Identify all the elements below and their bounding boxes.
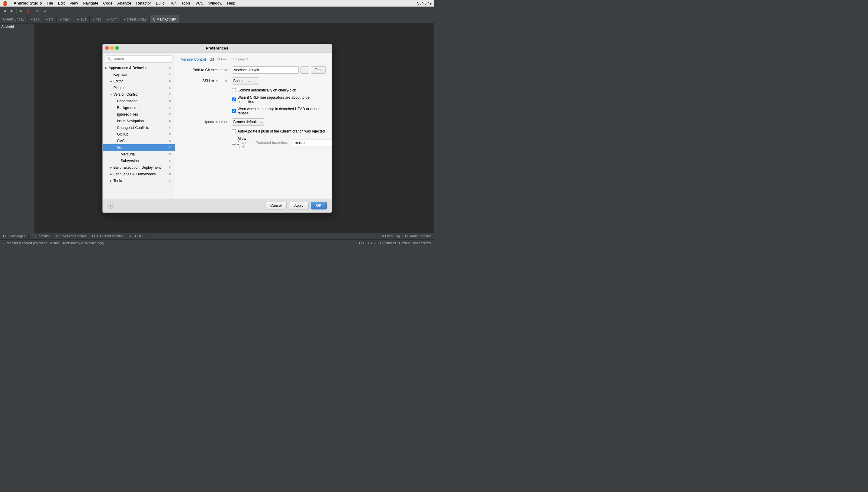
tree-languages-frameworks[interactable]: ▶ Languages & Frameworks ⚙ [103, 171, 175, 177]
update-value: Branch default [234, 120, 257, 124]
event-log-label: ⚙ Event Log [381, 234, 400, 238]
tree-changelist-conflicts[interactable]: Changelist Conflicts ⚙ [103, 124, 175, 131]
settings-icon: ⚙ [169, 172, 172, 176]
force-push-row: Allow force push Protected branches: ... [181, 137, 326, 149]
tree-git[interactable]: Git ⚙ [103, 144, 175, 151]
tree-item-label: Git [117, 146, 168, 150]
tab-vvhn[interactable]: ▸ vvhn [104, 15, 121, 24]
update-select[interactable]: Branch default ⌃⌄ [232, 118, 264, 126]
settings-icon: ⚙ [169, 132, 172, 136]
tab-mainactivity[interactable]: C MainActivity [150, 15, 179, 24]
menu-window[interactable]: Window [209, 1, 222, 5]
ok-button[interactable]: OK [311, 202, 327, 210]
menu-build[interactable]: Build [156, 1, 165, 5]
tree-subversion[interactable]: Subversion ⚙ [103, 157, 175, 164]
tab-messages[interactable]: ⊟ 0: Messages [0, 233, 29, 240]
path-control-group: ... Test [232, 67, 326, 74]
toolbar-settings[interactable]: ⚙ [42, 7, 48, 14]
menu-file[interactable]: File [47, 1, 53, 5]
tree-issue-navigation[interactable]: Issue Navigation ⚙ [103, 118, 175, 124]
preferences-dialog: Preferences 🔍 ▶ Appearance & Behavior ⚙ [102, 44, 332, 213]
menu-help[interactable]: Help [227, 1, 235, 5]
test-button[interactable]: Test [311, 67, 325, 74]
arrow-icon: ▶ [110, 166, 114, 169]
path-input[interactable] [232, 67, 299, 74]
toolbar-debug[interactable]: 🐞 [25, 7, 32, 14]
tree-item-label: Ignored Files [117, 112, 168, 117]
cancel-button[interactable]: Cancel [265, 202, 287, 210]
preferences-tree: 🔍 ▶ Appearance & Behavior ⚙ Keymap ⚙ [103, 52, 175, 199]
tree-keymap[interactable]: Keymap ⚙ [103, 71, 175, 78]
toolbar-sync[interactable]: ⟳ [34, 7, 41, 14]
update-control-group: Branch default ⌃⌄ [232, 118, 326, 126]
search-input[interactable] [113, 57, 170, 61]
tree-appearance[interactable]: ▶ Appearance & Behavior ⚙ [103, 65, 175, 71]
menu-code[interactable]: Code [103, 1, 113, 5]
apply-button[interactable]: Apply [289, 202, 308, 210]
tree-confirmation[interactable]: Confirmation ⚙ [103, 98, 175, 104]
update-label: Update method: [181, 120, 230, 124]
settings-icon: ⚙ [169, 113, 172, 116]
tree-plugins[interactable]: Plugins ⚙ [103, 84, 175, 91]
help-button[interactable]: ? [107, 202, 114, 208]
tree-editor[interactable]: ▶ Editor ⚙ [103, 78, 175, 84]
toolbar-run[interactable]: ▶ [18, 7, 24, 14]
tree-item-label: Build, Execution, Deployment [114, 166, 168, 170]
tree-cvs[interactable]: CVS ⚙ [103, 138, 175, 144]
warn-detached-row: Warn when committing in detached HEAD or… [181, 107, 326, 115]
path-browse-button[interactable]: ... [300, 67, 309, 74]
close-button[interactable] [105, 46, 109, 50]
search-box[interactable]: 🔍 [105, 55, 172, 63]
toolbar-forward[interactable]: ▶ [8, 7, 15, 14]
minimize-button[interactable] [110, 46, 114, 50]
menu-run[interactable]: Run [169, 1, 177, 5]
settings-icon: ⚙ [169, 119, 172, 123]
dialog-titlebar: Preferences [103, 44, 332, 52]
update-method-row: Update method: Branch default ⌃⌄ [181, 118, 326, 126]
apple-logo[interactable]: 🍎 [2, 1, 7, 6]
menu-navigate[interactable]: Navigate [83, 1, 98, 5]
tree-version-control[interactable]: ▼ Version Control ⚙ [103, 91, 175, 98]
tab-app[interactable]: ▸ app [28, 15, 43, 24]
right-status-area: ⚙ Event Log ⊟ Gradle Console [381, 234, 434, 238]
tab-todo[interactable]: ☑ TODO [126, 233, 146, 240]
menu-vcs[interactable]: VCS [195, 1, 203, 5]
maximize-button[interactable] [115, 46, 119, 50]
tree-ignored-files[interactable]: Ignored Files ⚙ [103, 111, 175, 118]
breadcrumb-parent[interactable]: Version Control [181, 57, 206, 62]
tab-java[interactable]: ▸ java [74, 15, 90, 24]
tab-src[interactable]: ▸ src [43, 15, 57, 24]
warn-detached-label: Warn when committing in detached HEAD or… [238, 107, 326, 115]
tab-main[interactable]: ▸ main [57, 15, 74, 24]
tab-android-monitor[interactable]: ⊟ 6: Android Monitor [89, 233, 126, 240]
tab-net[interactable]: ▸ net [90, 15, 104, 24]
arrow-icon: ▶ [105, 67, 109, 69]
tree-build-execution[interactable]: ▶ Build, Execution, Deployment ⚙ [103, 164, 175, 171]
menu-edit[interactable]: Edit [58, 1, 65, 5]
commit-auto-checkbox[interactable] [232, 88, 236, 92]
force-push-checkbox[interactable] [232, 141, 236, 145]
tree-mercurial[interactable]: Mercurial ⚙ [103, 151, 175, 157]
tree-background[interactable]: Background ⚙ [103, 104, 175, 111]
menu-analyze[interactable]: Analyze [118, 1, 131, 5]
warn-crlf-checkbox[interactable] [232, 98, 236, 101]
tree-github[interactable]: GitHub ⚙ [103, 131, 175, 138]
menu-refactor[interactable]: Refactor [136, 1, 151, 5]
tab-terminal[interactable]: ⬛ Terminal [29, 233, 52, 240]
auto-update-checkbox[interactable] [232, 129, 236, 133]
update-arrows-icon: ⌃⌄ [258, 120, 263, 123]
ssh-select[interactable]: Built-in ⌃⌄ [232, 77, 259, 84]
menu-android-studio[interactable]: Android Studio [14, 1, 42, 5]
toolbar-back[interactable]: ◀ [1, 7, 8, 14]
warn-detached-checkbox[interactable] [232, 109, 236, 113]
tab-greetsunday2[interactable]: ▸ greetsunday [121, 15, 150, 24]
menu-view[interactable]: View [70, 1, 78, 5]
tab-version-control[interactable]: ⊟ 9: Version Control [53, 233, 89, 240]
menu-tools[interactable]: Tools [182, 1, 191, 5]
tree-item-label: Mercurial [121, 152, 168, 156]
settings-icon: ⚙ [169, 106, 172, 109]
gradle-console-label: ⊟ Gradle Console [405, 234, 432, 238]
protected-branches-input[interactable] [293, 139, 331, 146]
tree-tools[interactable]: ▶ Tools ⚙ [103, 177, 175, 184]
tab-greetsunday[interactable]: GreetSunday [0, 15, 28, 24]
